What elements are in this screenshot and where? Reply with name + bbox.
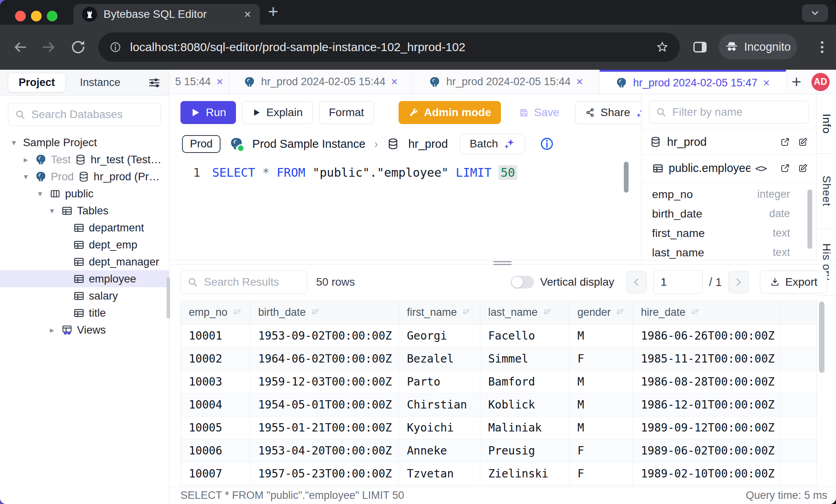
database-name[interactable]: hr_prod — [408, 137, 448, 151]
tree-item-table-dept-manager[interactable]: dept_manager — [0, 253, 169, 270]
run-button[interactable]: Run — [180, 101, 236, 124]
prev-page-button[interactable] — [626, 271, 647, 293]
tree-item-schema-public[interactable]: ▾ public — [0, 185, 169, 202]
reload-icon[interactable] — [70, 39, 86, 55]
chevron-right-icon[interactable]: ▸ — [47, 325, 57, 335]
tab-search-chevron-button[interactable] — [802, 4, 828, 22]
panel-scrollbar[interactable] — [807, 189, 812, 249]
sort-icon[interactable] — [615, 307, 626, 318]
tree-item-table-employee[interactable]: employee — [0, 270, 169, 287]
table-row[interactable]: 10002 1964-06-02T00:00:00Z Bezalel Simme… — [181, 347, 817, 370]
info-icon[interactable] — [539, 136, 554, 151]
results-search[interactable] — [180, 271, 307, 294]
column-header[interactable]: gender — [569, 301, 633, 324]
add-tab-button[interactable]: + — [792, 73, 801, 92]
tree-item-table-dept-emp[interactable]: dept_emp — [0, 236, 169, 253]
panel-splitter[interactable] — [169, 260, 836, 265]
table-row[interactable]: 10001 1953-09-02T00:00:00Z Georgi Facell… — [181, 325, 817, 347]
database-search[interactable] — [8, 103, 161, 126]
side-panel-icon[interactable] — [692, 39, 708, 55]
close-tab-icon[interactable]: × — [244, 8, 251, 20]
table-row[interactable]: 10004 1954-05-01T00:00:00Z Chirstian Kob… — [181, 393, 817, 416]
tree-item-hr-prod[interactable]: ▾ Prod hr_prod (Pr… — [0, 168, 169, 185]
column-header[interactable]: emp_no — [181, 301, 250, 324]
site-info-icon[interactable] — [109, 40, 122, 54]
editor-scrollbar[interactable] — [624, 162, 629, 193]
column-row[interactable]: last_name text — [642, 243, 816, 262]
close-icon[interactable]: × — [391, 75, 398, 88]
close-icon[interactable]: × — [763, 76, 770, 90]
sort-icon[interactable] — [462, 307, 472, 318]
explain-button[interactable]: Explain — [242, 101, 313, 124]
side-tab-info[interactable]: Info — [817, 94, 836, 154]
side-tab-sheet[interactable]: Sheet — [817, 154, 836, 229]
editor-tab-3[interactable]: hr_prod 2024-02-05 15:44 × — [412, 70, 600, 94]
column-header[interactable]: last_name — [480, 301, 569, 324]
tree-item-table-department[interactable]: department — [0, 219, 169, 236]
column-row[interactable]: birth_date date — [642, 204, 816, 223]
sidebar-resize-handle[interactable] — [167, 277, 170, 319]
avatar[interactable]: AD — [811, 73, 830, 91]
external-link-icon[interactable] — [780, 137, 790, 147]
schema-filter-input[interactable] — [671, 105, 802, 119]
table-row[interactable]: 10005 1955-01-21T00:00:00Z Kyoichi Malin… — [181, 416, 817, 439]
results-search-input[interactable] — [203, 275, 301, 289]
editor-tab-4-active[interactable]: hr_prod 2024-02-05 15:47 × — [600, 70, 786, 94]
browser-menu-icon[interactable] — [814, 39, 830, 55]
tree-group-views[interactable]: ▸ Views — [0, 321, 169, 338]
url-text[interactable]: localhost:8080/sql-editor/prod-sample-in… — [130, 40, 466, 54]
bookmark-star-icon[interactable] — [655, 40, 669, 54]
tree-item-table-salary[interactable]: salary — [0, 287, 169, 304]
chevron-down-icon[interactable]: ▾ — [21, 172, 31, 181]
sql-editor[interactable]: 1 SELECT * FROM "public"."employee" LIMI… — [169, 160, 641, 260]
schema-filter[interactable] — [649, 101, 809, 124]
external-link-icon[interactable] — [780, 163, 790, 174]
database-search-input[interactable] — [31, 108, 154, 121]
code-icon[interactable]: <> — [755, 162, 767, 174]
sort-icon[interactable] — [543, 307, 553, 318]
edit-icon[interactable] — [798, 163, 808, 174]
page-number-input[interactable] — [653, 270, 703, 294]
save-button[interactable]: Save — [518, 106, 559, 119]
column-header[interactable]: hire_date — [633, 301, 780, 324]
instance-name[interactable]: Prod Sample Instance — [252, 137, 365, 151]
next-page-button[interactable] — [728, 271, 749, 293]
column-row[interactable]: emp_no integer — [642, 185, 816, 204]
new-tab-button[interactable]: + — [268, 2, 278, 21]
tree-item-project[interactable]: ▾ Sample Project — [0, 134, 169, 151]
chevron-down-icon[interactable]: ▾ — [35, 189, 45, 199]
column-header[interactable]: first_name — [399, 301, 480, 324]
tab-instance[interactable]: Instance — [80, 76, 121, 89]
editor-tab-2[interactable]: hr_prod 2024-02-05 15:44 × — [229, 70, 412, 94]
close-icon[interactable]: × — [576, 75, 583, 88]
results-scrollbar[interactable] — [819, 302, 824, 373]
batch-button[interactable]: Batch — [460, 134, 525, 154]
tree-group-tables[interactable]: ▾ Tables — [0, 202, 169, 219]
close-icon[interactable]: × — [217, 75, 223, 88]
maximize-window-button[interactable] — [47, 11, 58, 21]
edit-icon[interactable] — [798, 137, 808, 147]
tree-item-hr-test[interactable]: ▸ Test hr_test (Test… — [0, 151, 169, 168]
table-row[interactable]: 10003 1959-12-03T00:00:00Z Parto Bamford… — [181, 370, 817, 393]
table-row[interactable]: 10006 1953-04-20T00:00:00Z Anneke Preusi… — [181, 439, 817, 462]
sort-icon[interactable] — [311, 307, 321, 318]
chevron-down-icon[interactable]: ▾ — [47, 206, 57, 216]
browser-tab[interactable]: Bytebase SQL Editor × — [73, 4, 260, 25]
table-row[interactable]: 10007 1957-05-23T00:00:00Z Tzvetan Zieli… — [181, 462, 817, 485]
tab-project[interactable]: Project — [8, 73, 66, 92]
export-button[interactable]: Export — [760, 271, 827, 294]
tree-item-table-title[interactable]: title — [0, 304, 169, 321]
sort-icon[interactable] — [232, 307, 243, 318]
sort-icon[interactable] — [690, 307, 701, 318]
vertical-display-toggle[interactable] — [511, 276, 534, 288]
minimize-window-button[interactable] — [31, 11, 42, 21]
chevron-right-icon[interactable]: ▸ — [21, 155, 31, 164]
chevron-down-icon[interactable]: ▾ — [9, 138, 19, 147]
address-bar[interactable]: localhost:8080/sql-editor/prod-sample-in… — [98, 32, 680, 62]
format-button[interactable]: Format — [319, 101, 374, 124]
close-window-button[interactable] — [15, 11, 26, 21]
filter-settings-icon[interactable] — [148, 76, 161, 90]
forward-icon[interactable] — [40, 39, 57, 55]
editor-tab-1[interactable]: 5 15:44 × — [169, 70, 229, 94]
back-icon[interactable] — [12, 39, 29, 55]
